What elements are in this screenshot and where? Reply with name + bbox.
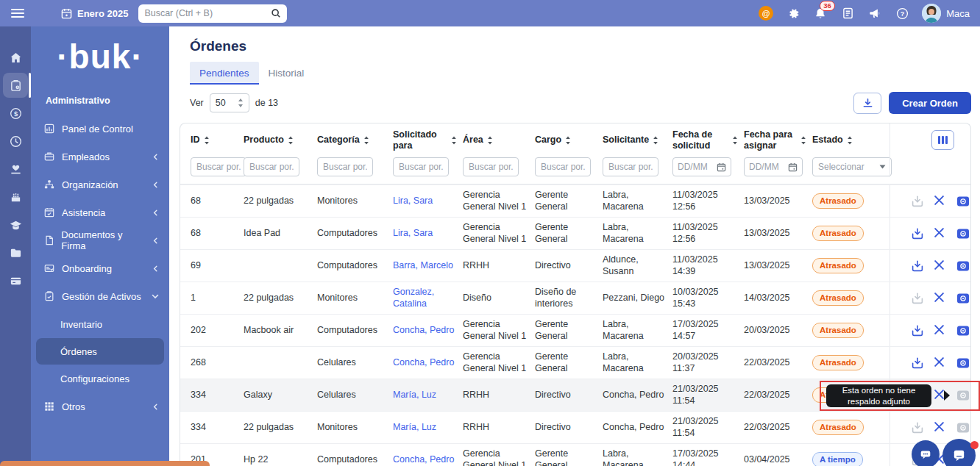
table-row[interactable]: 268 Celulares Concha, Pedro Gerencia Gen…: [180, 346, 970, 379]
rail-item-benefits-icon[interactable]: [3, 157, 28, 182]
rail-item-home-icon[interactable]: [3, 45, 28, 70]
user-menu[interactable]: Maca: [922, 4, 970, 23]
sidebar-item-4[interactable]: Documentos y Firma: [31, 226, 169, 254]
search-input[interactable]: [144, 8, 271, 18]
column-header[interactable]: Producto: [244, 135, 317, 145]
date-filter[interactable]: DD/MM: [744, 157, 803, 176]
notes-icon[interactable]: [840, 6, 855, 21]
sort-icon[interactable]: [732, 136, 738, 145]
date-filter[interactable]: DD/MM: [672, 157, 731, 176]
announcements-megaphone-icon[interactable]: [867, 6, 882, 21]
solicitado-para-link[interactable]: Concha, Pedro: [393, 325, 454, 335]
column-header[interactable]: Solicitado para: [393, 129, 463, 151]
sidebar-subitem-1[interactable]: Órdenes: [36, 338, 164, 365]
view-attachment-icon[interactable]: [956, 356, 970, 370]
solicitado-para-link[interactable]: Gonzalez, Catalina: [393, 287, 434, 309]
rail-item-documents-icon[interactable]: [3, 240, 28, 265]
sidebar-item-5[interactable]: Onboarding: [31, 254, 169, 282]
sort-icon[interactable]: [847, 136, 853, 145]
column-header[interactable]: Cargo: [535, 135, 603, 145]
rail-item-remuneration-icon[interactable]: $: [3, 101, 28, 126]
sort-icon[interactable]: [487, 136, 493, 145]
cancel-order-icon[interactable]: [934, 356, 947, 370]
download-order-icon[interactable]: [911, 227, 924, 240]
table-row[interactable]: 68 Idea Pad Computadores Lira, Sara Gere…: [180, 217, 970, 249]
chat-button[interactable]: [912, 440, 940, 466]
view-attachment-icon[interactable]: [956, 292, 970, 305]
solicitado-para-link[interactable]: Concha, Pedro: [393, 357, 454, 368]
help-icon[interactable]: ?: [895, 6, 909, 21]
filter-input[interactable]: [603, 157, 658, 176]
export-download-button[interactable]: [853, 93, 881, 114]
rail-item-billing-icon[interactable]: [3, 268, 28, 293]
settings-gear-icon[interactable]: [786, 6, 800, 21]
rail-item-orders-icon[interactable]: [3, 73, 28, 98]
cancel-order-icon[interactable]: [934, 421, 947, 434]
cancel-order-icon[interactable]: [934, 292, 947, 305]
filter-input[interactable]: [535, 157, 591, 176]
column-header[interactable]: Estado: [812, 135, 890, 145]
period-selector[interactable]: Enero 2025: [61, 8, 128, 19]
sidebar-item-3[interactable]: Asistencia: [31, 198, 169, 226]
global-search[interactable]: [138, 4, 287, 23]
column-header[interactable]: Fecha de solicitud: [672, 129, 744, 151]
download-order-icon[interactable]: [911, 259, 924, 273]
notifications-bell-icon[interactable]: 36: [813, 6, 828, 21]
create-order-button[interactable]: Crear Orden: [889, 92, 971, 114]
download-order-icon[interactable]: [911, 324, 924, 337]
sidebar-subitem-2[interactable]: Configuraciones: [36, 365, 164, 392]
table-row[interactable]: 202 Macbook air Computadores Concha, Ped…: [180, 314, 970, 346]
cancel-order-icon[interactable]: [934, 227, 947, 240]
cancel-order-icon[interactable]: [934, 259, 947, 273]
solicitado-para-link[interactable]: María, Luz: [393, 390, 436, 400]
table-row[interactable]: 68 22 pulgadas Monitores Lira, Sara Gere…: [180, 184, 970, 217]
rail-item-celebrations-icon[interactable]: [3, 184, 28, 209]
column-header[interactable]: Solicitante: [603, 135, 672, 145]
view-attachment-icon[interactable]: [956, 195, 970, 208]
tab-pendientes[interactable]: Pendientes: [190, 62, 259, 85]
column-header[interactable]: Fecha para asignar: [744, 129, 812, 151]
table-row[interactable]: 201 Hp 22 Computadores Concha, Pedro Ger…: [180, 443, 970, 466]
table-row[interactable]: 69 Computadores Barra, Marcelo RRHH Dire…: [180, 249, 970, 282]
view-attachment-icon[interactable]: [956, 259, 970, 273]
cancel-order-icon[interactable]: [934, 195, 947, 208]
solicitado-para-link[interactable]: María, Luz: [393, 422, 436, 432]
sort-icon[interactable]: [653, 136, 658, 145]
filter-input[interactable]: [393, 157, 449, 176]
menu-toggle-icon[interactable]: [11, 9, 24, 18]
view-attachment-icon[interactable]: [956, 324, 970, 337]
page-size-select[interactable]: 50: [210, 93, 249, 112]
column-header[interactable]: Categoría: [317, 135, 393, 145]
filter-input[interactable]: [191, 157, 246, 176]
table-row[interactable]: 1 22 pulgadas Monitores Gonzalez, Catali…: [180, 282, 970, 314]
solicitado-para-link[interactable]: Barra, Marcelo: [393, 260, 453, 270]
sort-icon[interactable]: [800, 136, 806, 145]
solicitado-para-link[interactable]: Concha, Pedro: [393, 454, 454, 465]
solicitado-para-link[interactable]: Lira, Sara: [393, 196, 433, 206]
sort-icon[interactable]: [363, 136, 369, 145]
column-header[interactable]: ID: [191, 135, 244, 145]
table-row[interactable]: 334 22 pulgadas Monitores María, Luz RRH…: [180, 411, 970, 443]
sidebar-item-6[interactable]: Gestión de Activos: [31, 282, 169, 310]
sort-icon[interactable]: [288, 136, 294, 145]
tab-historial[interactable]: Historial: [259, 62, 314, 85]
rail-item-time-icon[interactable]: [3, 129, 28, 154]
buk-assistant-icon[interactable]: @: [759, 6, 773, 21]
status-filter-select[interactable]: Seleccionar: [812, 157, 892, 176]
rail-item-training-icon[interactable]: [3, 212, 28, 237]
sidebar-item-7[interactable]: Otros: [31, 392, 169, 420]
view-attachment-icon[interactable]: [956, 227, 970, 240]
sidebar-subitem-0[interactable]: Inventario: [36, 311, 164, 337]
column-settings-button[interactable]: [931, 130, 954, 150]
filter-input[interactable]: [244, 157, 299, 176]
sort-icon[interactable]: [565, 136, 571, 145]
sidebar-item-0[interactable]: Panel de Control: [31, 115, 169, 143]
sort-icon[interactable]: [204, 136, 210, 145]
filter-input[interactable]: [463, 157, 519, 176]
solicitado-para-link[interactable]: Lira, Sara: [393, 228, 433, 238]
sidebar-item-2[interactable]: Organización: [31, 171, 169, 198]
download-order-icon[interactable]: [911, 356, 924, 370]
table-row[interactable]: 334 Galaxy Celulares María, Luz RRHH Dir…: [180, 379, 970, 411]
column-header[interactable]: Área: [463, 135, 535, 145]
sidebar-item-1[interactable]: Empleados: [31, 143, 169, 171]
